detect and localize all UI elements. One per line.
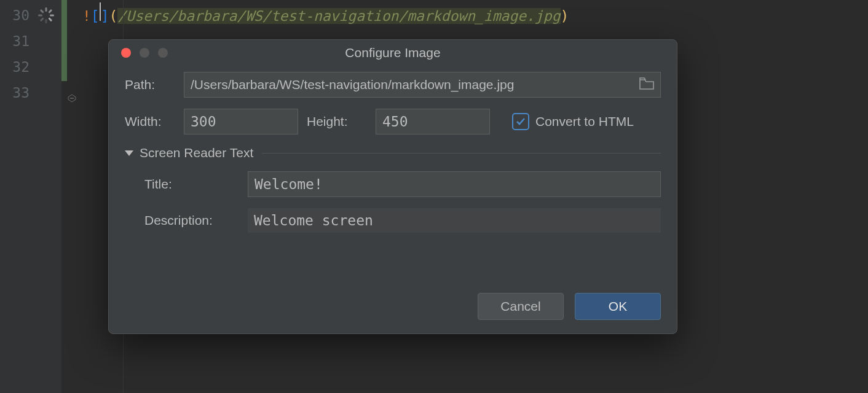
screen-reader-section[interactable]: Screen Reader Text (125, 146, 661, 160)
convert-checkbox[interactable] (512, 113, 529, 130)
path-row: Path: /Users/barbara/WS/test-navigation/… (125, 72, 661, 98)
bracket-open: [ (91, 8, 100, 24)
markdown-path: /Users/barbara/WS/test-navigation/markdo… (117, 8, 560, 24)
paren-close: ) (561, 8, 569, 24)
path-value: /Users/barbara/WS/test-navigation/markdo… (191, 77, 634, 92)
code-line[interactable]: ![](/Users/barbara/WS/test-navigation/ma… (82, 2, 868, 28)
line-number: 33 (0, 80, 61, 106)
title-row: Title: (144, 171, 661, 197)
description-input[interactable]: Welcome screen (248, 208, 661, 233)
section-label: Screen Reader Text (140, 146, 253, 160)
cancel-button[interactable]: Cancel (478, 293, 564, 320)
width-label: Width: (125, 114, 184, 129)
divider (262, 153, 661, 154)
convert-label: Convert to HTML (535, 114, 634, 129)
window-controls (121, 48, 168, 58)
dialog-body: Path: /Users/barbara/WS/test-navigation/… (109, 66, 677, 233)
spinner-icon (38, 7, 54, 23)
screen-reader-body: Title: Description: Welcome screen (125, 171, 661, 233)
markdown-bang: ! (82, 8, 91, 24)
ok-label: OK (609, 299, 627, 314)
path-label: Path: (125, 77, 184, 92)
zoom-icon[interactable] (158, 48, 168, 58)
title-label: Title: (144, 177, 248, 192)
chevron-down-icon (125, 150, 133, 156)
description-value: Welcome screen (254, 212, 373, 228)
folder-icon[interactable] (639, 77, 654, 93)
ok-button[interactable]: OK (575, 293, 661, 320)
dialog-titlebar[interactable]: Configure Image (109, 40, 677, 66)
description-row: Description: Welcome screen (144, 208, 661, 233)
configure-image-dialog: Configure Image Path: /Users/barbara/WS/… (108, 39, 677, 334)
height-label: Height: (307, 114, 376, 129)
width-input[interactable] (184, 109, 298, 134)
title-input[interactable] (248, 171, 661, 197)
dialog-title: Configure Image (345, 45, 440, 60)
size-row: Width: Height: Convert to HTML (125, 109, 661, 134)
close-icon[interactable] (121, 48, 131, 58)
height-input[interactable] (376, 109, 490, 134)
path-field[interactable]: /Users/barbara/WS/test-navigation/markdo… (184, 72, 661, 98)
description-label: Description: (144, 213, 248, 228)
paren-open: ( (109, 8, 118, 24)
line-number: 32 (0, 54, 61, 80)
dialog-buttons: Cancel OK (478, 293, 661, 320)
minimize-icon[interactable] (140, 48, 149, 58)
line-number: 30 (0, 2, 61, 28)
line-number: 31 (0, 28, 61, 54)
bracket-close: ] (101, 8, 109, 24)
gutter: 30 31 32 33 (0, 0, 61, 393)
cancel-label: Cancel (500, 299, 540, 314)
